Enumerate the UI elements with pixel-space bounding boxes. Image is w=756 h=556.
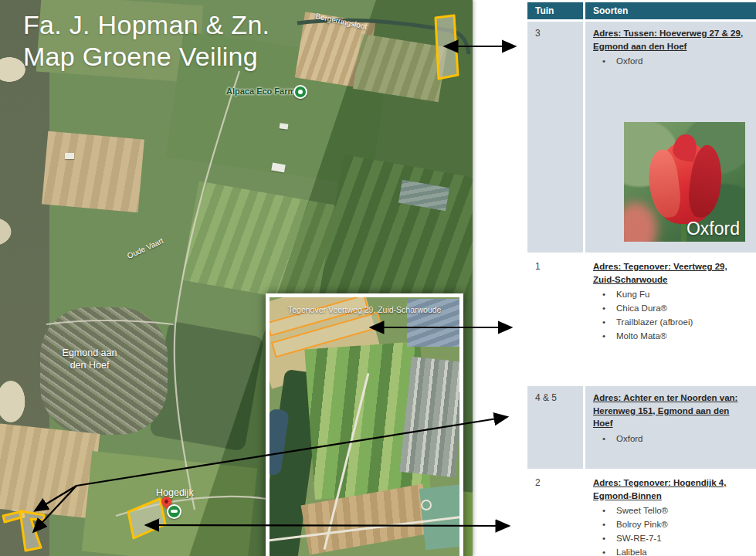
tulip-foreground-blur [624, 202, 657, 242]
soorten-cell: Adres: Tegenover: Hogendijk 4, Egmond-Bi… [585, 471, 756, 556]
slide-title: Fa. J. Hopman & Zn. Map Groene Veiling [23, 9, 270, 73]
adres-text: Adres: Tegenover: Veertweg 29, Zuid-Scha… [593, 260, 748, 286]
town-label-line2: den Hoef [46, 360, 133, 372]
soorten-item: Molto Mata® [593, 330, 748, 344]
slide-title-line1: Fa. J. Hopman & Zn. [23, 9, 270, 41]
tulip-photo: Oxford [624, 122, 745, 242]
header-tuin: Tuin [527, 2, 583, 19]
town-label-line1: Egmond aan [46, 348, 133, 360]
soorten-item: Sweet Tello® [593, 504, 748, 518]
soorten-item: Lalibela [593, 546, 748, 556]
highlighted-field-tuin3[interactable] [436, 15, 458, 79]
soorten-cell: Adres: Tegenover: Veertweg 29, Zuid-Scha… [585, 255, 756, 384]
inset-map: Tegenover Veertweg 29, Zuid-Scharwoude [266, 293, 463, 556]
soorten-item: Chica Dura® [593, 302, 748, 316]
soorten-item: SW-RE-7-1 [593, 532, 748, 546]
farm-label: Alpaca Eco Farm [226, 86, 295, 96]
table-row[interactable]: 4 & 5 Adres: Achter en ter Noorden van: … [527, 386, 756, 469]
soorten-item: Oxford [593, 55, 748, 69]
road-line [175, 71, 239, 510]
lodging-pin-icon[interactable] [167, 504, 181, 519]
header-soorten: Soorten [585, 2, 756, 19]
adres-text: Adres: Achter en ter Noorden van: Herenw… [593, 392, 748, 430]
roundabout-icon [421, 500, 432, 510]
road-label: Hogedijk [156, 487, 194, 498]
tulip-caption: Oxford [687, 219, 740, 239]
soorten-item: Bolroy Pink® [593, 518, 748, 532]
tuin-value: 2 [527, 471, 583, 556]
adres-text: Adres: Tegenover: Hogendijk 4, Egmond-Bi… [593, 476, 748, 502]
soorten-list: Sweet Tello® Bolroy Pink® SW-RE-7-1 Lali… [593, 504, 748, 556]
table-header-row: Tuin Soorten [527, 2, 756, 19]
soorten-table: Tuin Soorten 3 Adres: Tussen: Hoeverweg … [527, 0, 756, 556]
highlighted-field-tuin2[interactable] [128, 499, 165, 538]
road-line [46, 320, 174, 324]
urban-blocks [399, 357, 463, 478]
tuin-value: 1 [527, 255, 583, 384]
soorten-list: Oxford [593, 55, 748, 69]
soorten-item: Oxford [593, 432, 748, 446]
farm-pin-icon[interactable] [293, 85, 307, 99]
adres-text: Adres: Tussen: Hoeverweg 27 & 29, Egmond… [593, 27, 748, 53]
inset-caption: Tegenover Veertweg 29, Zuid-Scharwoude [288, 305, 446, 314]
soorten-item: Kung Fu [593, 288, 748, 302]
highlighted-field-tuin5[interactable] [20, 511, 44, 551]
soorten-list: Oxford [593, 432, 748, 446]
slide-title-line2: Map Groene Veiling [23, 41, 270, 73]
tuin-value: 3 [527, 22, 583, 253]
town-label: Egmond aan den Hoef [46, 348, 133, 371]
soorten-item: Trailblazer (afbroei) [593, 316, 748, 330]
soorten-list: Kung Fu Chica Dura® Trailblazer (afbroei… [593, 288, 748, 343]
table-row[interactable]: 1 Adres: Tegenover: Veertweg 29, Zuid-Sc… [527, 255, 756, 384]
tuin-value: 4 & 5 [527, 386, 583, 469]
soorten-cell: Adres: Achter en ter Noorden van: Herenw… [585, 386, 756, 469]
table-row[interactable]: 2 Adres: Tegenover: Hogendijk 4, Egmond-… [527, 471, 756, 556]
